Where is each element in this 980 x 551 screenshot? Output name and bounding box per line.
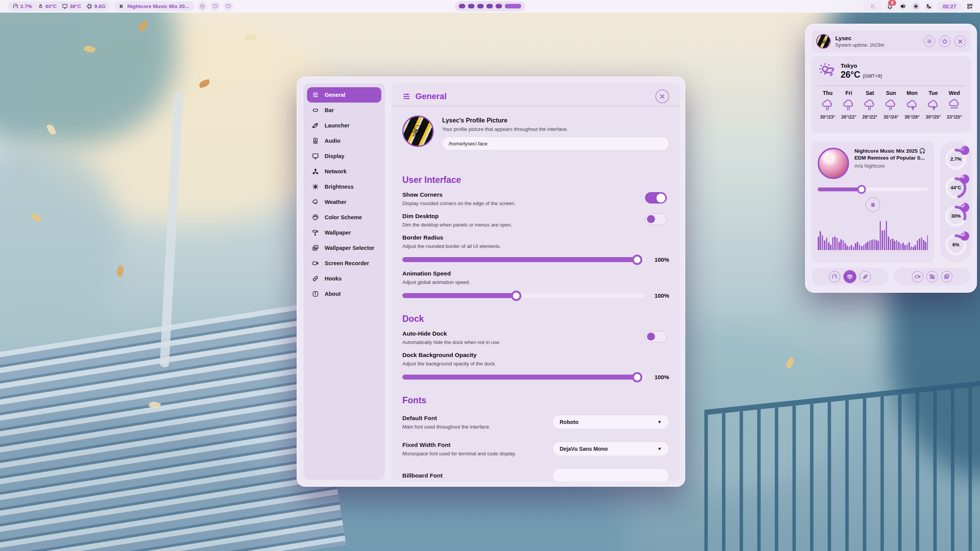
sidebar-item-wallpaper-selector[interactable]: Wallpaper Selector [307, 240, 381, 256]
chip-icon [960, 203, 969, 212]
night-light-off-icon[interactable] [924, 2, 934, 11]
sidebar-item-audio[interactable]: Audio [307, 133, 381, 148]
close-icon[interactable] [954, 36, 966, 47]
user-name: Lysec [835, 35, 884, 41]
default-font-dropdown[interactable]: Roboto ▼ [552, 415, 669, 429]
system-stats-pill: 2.7% 44°C 38°C 9.6G [8, 2, 110, 11]
chip-icon [87, 3, 92, 9]
close-icon[interactable] [655, 90, 669, 103]
sun-icon[interactable] [911, 2, 921, 11]
setting-fixed-width-font: Fixed Width Font Monospace font used for… [402, 439, 669, 459]
skull-icon[interactable] [198, 2, 207, 11]
camera-off-icon[interactable] [926, 271, 938, 282]
forecast-day: Thu 30°/23° [818, 90, 838, 120]
sidebar-item-brightness[interactable]: Brightness [307, 179, 381, 194]
workspace-dot[interactable] [459, 4, 466, 8]
settings-content: General ☠ Lysec's Profile Picture Your p… [392, 83, 680, 481]
media-pill[interactable]: Nightcore Music Mix 20... [114, 2, 194, 11]
show-corners-toggle[interactable] [645, 192, 667, 204]
forecast-day: Wed 33°/25° [944, 90, 964, 120]
desktop-screen: 2.7% 44°C 38°C 9.6G Nightcore Music Mix … [0, 0, 980, 551]
sidebar-item-about[interactable]: About [307, 286, 381, 302]
setting-dim-desktop: Dim Desktop Dim the desktop when panels … [402, 213, 669, 229]
memory-gauge: 30% [945, 205, 967, 227]
slider-thumb[interactable] [632, 372, 642, 382]
forecast-day: Mon 36°/26° [902, 90, 922, 120]
workspace-dot[interactable] [496, 4, 502, 8]
cloud-lightning-icon [906, 99, 919, 112]
chevron-down-icon: ▼ [657, 419, 662, 425]
workspace-dot[interactable] [477, 4, 484, 8]
bell-icon[interactable]: 8 [885, 2, 895, 11]
heart-icon[interactable] [211, 2, 220, 11]
palette-icon [312, 214, 319, 221]
weather-temp: 26°C (GMT+9) [841, 70, 882, 80]
speaker-box-icon [312, 137, 319, 144]
sidebar-item-bar[interactable]: Bar [307, 103, 381, 118]
border-radius-slider[interactable] [402, 257, 645, 262]
sidebar-item-wallpaper[interactable]: Wallpaper [307, 225, 381, 240]
sidebar-item-color-scheme[interactable]: Color Scheme [307, 210, 381, 225]
pause-icon[interactable] [866, 197, 880, 212]
dock-opacity-slider[interactable] [402, 375, 645, 380]
sidebar-item-weather[interactable]: Weather [307, 194, 381, 210]
pill-icon [312, 107, 319, 114]
track-artist: Aria Nightcore [854, 163, 926, 169]
slider-thumb[interactable] [857, 185, 866, 194]
uptime-label: System uptime: 1h23m [835, 42, 884, 48]
slider-thumb[interactable] [511, 290, 521, 301]
notification-badge: 8 [888, 0, 896, 6]
leaf-icon[interactable] [859, 271, 871, 282]
system-gauges-card: 2.7% 44°C 30% 6% [940, 142, 972, 262]
border-radius-value: 100% [650, 256, 669, 263]
temperature-gauge: 44°C [945, 177, 967, 199]
animation-speed-slider[interactable] [402, 293, 645, 298]
sidebar-item-network[interactable]: Network [307, 164, 381, 179]
power-profile-group [812, 268, 888, 285]
fixed-width-font-dropdown[interactable]: DejaVu Sans Mono ▼ [552, 442, 669, 456]
workspace-dot[interactable] [468, 4, 475, 8]
track-progress-slider[interactable] [818, 187, 928, 191]
sliders-icon [312, 91, 319, 98]
scales-icon[interactable] [843, 270, 856, 283]
slider-thumb[interactable] [632, 254, 642, 265]
cloud-drizzle-icon [821, 99, 834, 112]
gauge-icon [960, 146, 969, 155]
sidebar-item-screen-recorder[interactable]: Screen Recorder [307, 256, 381, 271]
dim-desktop-toggle[interactable] [645, 214, 667, 225]
power-icon[interactable] [939, 36, 951, 47]
setting-border-radius: Border Radius Adjust the rounded border … [402, 234, 669, 265]
clock[interactable]: 00:27 [937, 2, 962, 11]
volume-icon[interactable] [898, 2, 908, 11]
auto-hide-dock-toggle[interactable] [645, 331, 667, 342]
sidebar-item-launcher[interactable]: Launcher [307, 118, 381, 133]
gauge-icon [13, 3, 18, 9]
workspace-active-pill[interactable] [505, 4, 521, 8]
cloud-drizzle-icon [842, 99, 855, 112]
profile-title: Lysec's Profile Picture [442, 117, 669, 124]
apps-grid-icon[interactable] [965, 2, 975, 11]
paint-roller-icon [312, 229, 319, 236]
gear-icon[interactable] [924, 36, 935, 47]
images-icon[interactable] [941, 271, 952, 282]
sidebar-item-general[interactable]: General [307, 87, 381, 103]
workspace-dot[interactable] [487, 4, 493, 8]
setting-auto-hide-dock: Auto-Hide Dock Automatically hide the do… [402, 330, 669, 346]
speedometer-icon[interactable] [829, 271, 840, 282]
chevron-down-icon: ▼ [657, 446, 662, 452]
sidebar-item-hooks[interactable]: Hooks [307, 271, 381, 286]
setting-default-font: Default Font Main font used throughout t… [402, 412, 669, 432]
profile-path-input[interactable]: /home/lysec/.face [442, 137, 669, 150]
workspace-switcher[interactable] [455, 1, 525, 11]
heart-icon[interactable] [224, 2, 233, 11]
video-camera-icon[interactable] [912, 271, 923, 282]
network-icon [312, 168, 319, 175]
billboard-font-dropdown[interactable] [552, 468, 669, 481]
sidebar-item-display[interactable]: Display [307, 148, 381, 164]
setting-billboard-font: Billboard Font [402, 465, 669, 481]
setting-animation-speed: Animation Speed Adjust global animation … [402, 270, 669, 301]
memory-stat: 9.6G [87, 3, 105, 9]
album-art [818, 148, 849, 179]
app-tray-icon[interactable] [863, 2, 882, 11]
section-title-fonts: Fonts [402, 395, 669, 406]
